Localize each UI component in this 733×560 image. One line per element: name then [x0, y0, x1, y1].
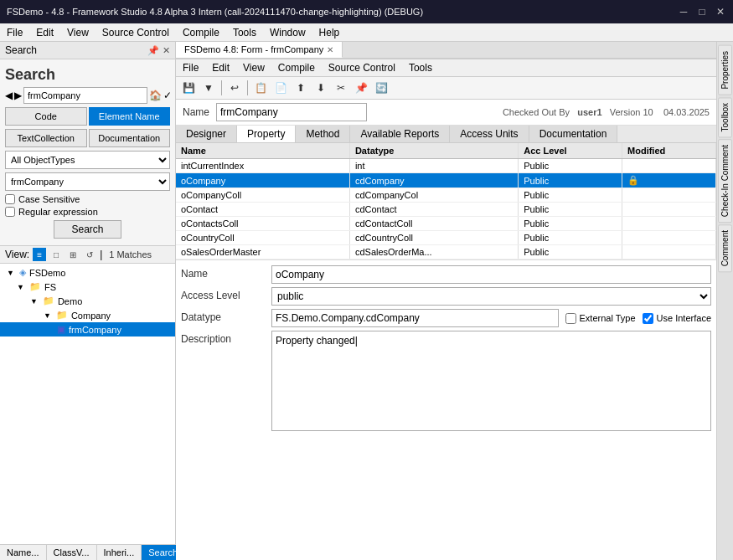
table-row[interactable]: oContact cdContact Public [176, 203, 716, 217]
menu-window[interactable]: Window [263, 23, 312, 41]
form-date: 04.03.2025 [663, 107, 710, 117]
module-dropdown[interactable]: frmCompany [5, 172, 170, 191]
case-sensitive-checkbox[interactable] [5, 194, 15, 204]
table-row[interactable]: oCountryColl cdCountryColl Public [176, 231, 716, 245]
prop-scroll-area[interactable]: Name Datatype Acc Level Modified intCurr… [176, 143, 716, 259]
checked-out-user: user1 [577, 107, 601, 117]
menu-tools[interactable]: Tools [226, 23, 263, 41]
doc-tab-close-icon[interactable]: ✕ [327, 45, 333, 54]
app-title: FSDemo - 4.8 - Framework Studio 4.8 Alph… [7, 7, 423, 17]
tab-method[interactable]: Method [296, 126, 350, 142]
list-view-icon[interactable]: □ [49, 248, 63, 261]
undo-toolbar-btn[interactable]: ↩ [225, 79, 244, 97]
back-icon[interactable]: ◀ [5, 90, 13, 101]
documentation-button[interactable]: Documentation [89, 129, 171, 147]
folder-icon: 📁 [29, 281, 41, 292]
menu-source-control[interactable]: Source Control [95, 23, 176, 41]
tab-available-reports[interactable]: Available Reports [350, 126, 450, 142]
menu-bar: File Edit View Source Control Compile To… [0, 23, 733, 42]
right-panel: FSDemo 4.8: Form - frmCompany ✕ File Edi… [176, 42, 733, 560]
case-sensitive-row: Case Sensitive [5, 194, 170, 204]
description-textarea[interactable]: Property changed| [271, 331, 711, 431]
cell-datatype: int [349, 159, 518, 173]
doc-tab-frmcompany[interactable]: FSDemo 4.8: Form - frmCompany ✕ [176, 42, 343, 58]
tab-inheri[interactable]: Inheri... [97, 545, 142, 560]
close-button[interactable]: ✕ [715, 6, 726, 18]
tree-view-icon[interactable]: ≡ [33, 248, 46, 261]
col-modified: Modified [622, 143, 716, 159]
inner-menu-compile[interactable]: Compile [271, 59, 322, 76]
up-toolbar-btn[interactable]: ⬆ [292, 79, 310, 97]
menu-edit[interactable]: Edit [29, 23, 60, 41]
menu-compile[interactable]: Compile [176, 23, 226, 41]
cell-datatype: cdCountryColl [349, 231, 518, 245]
text-collection-button[interactable]: TextCollection [5, 129, 87, 147]
access-level-select[interactable]: public [271, 287, 711, 306]
forward-icon[interactable]: ▶ [14, 90, 22, 101]
table-row[interactable]: oContactsColl cdContactColl Public [176, 217, 716, 231]
datatype-input[interactable] [271, 309, 559, 327]
table-row[interactable]: oCompany cdCompany Public 🔒 [176, 173, 716, 188]
tab-name[interactable]: Name... [0, 545, 47, 560]
form-name-input[interactable] [216, 103, 367, 121]
tree-item-demo[interactable]: ▼ 📁 Demo [0, 294, 175, 308]
inner-menu-source-control[interactable]: Source Control [322, 59, 402, 76]
search-type-buttons: Code Element Name [5, 107, 170, 126]
arrow-icon: ▼ [7, 269, 14, 277]
pin-toolbar-btn[interactable]: 📌 [352, 79, 370, 97]
grouped-view-icon[interactable]: ⊞ [66, 248, 80, 261]
element-name-button[interactable]: Element Name [89, 107, 171, 126]
menu-view[interactable]: View [60, 23, 95, 41]
tab-designer[interactable]: Designer [176, 126, 237, 142]
vtab-toolbox[interactable]: Toolbox [718, 97, 732, 137]
code-button[interactable]: Code [5, 107, 87, 126]
cell-name: oContact [176, 203, 349, 217]
use-interface-checkbox[interactable] [643, 313, 653, 324]
inner-menu-file[interactable]: File [176, 59, 205, 76]
tab-documentation[interactable]: Documentation [529, 126, 618, 142]
tab-property[interactable]: Property [237, 126, 296, 142]
maximize-button[interactable]: □ [696, 6, 708, 18]
inner-menu-tools[interactable]: Tools [402, 59, 439, 76]
tab-access-units[interactable]: Access Units [450, 126, 529, 142]
down-toolbar-btn[interactable]: ⬇ [312, 79, 330, 97]
inner-menu-edit[interactable]: Edit [205, 59, 236, 76]
save-toolbar-btn[interactable]: 💾 [179, 79, 198, 97]
tree-item-fs[interactable]: ▼ 📁 FS [0, 280, 175, 294]
object-type-dropdown[interactable]: All ObjectTypes [5, 151, 170, 169]
tree-item-frmcompany[interactable]: ▣ frmCompany [0, 322, 175, 337]
close-panel-icon[interactable]: ✕ [163, 45, 170, 56]
checked-out-info: Checked Out By user1 Version 10 04.03.20… [503, 107, 710, 117]
cell-acc: Public [519, 173, 622, 188]
tab-classv[interactable]: ClassV... [47, 545, 97, 560]
vtab-comment[interactable]: Comment [718, 224, 732, 272]
name-detail-input[interactable] [271, 265, 711, 284]
pin-icon[interactable]: 📌 [147, 45, 159, 56]
vtab-check-in[interactable]: Check-In Comment [718, 139, 732, 223]
cell-acc: Public [519, 188, 622, 203]
datatype-row: External Type Use Interface [271, 309, 711, 327]
table-row[interactable]: intCurrentIndex int Public [176, 159, 716, 173]
menu-help[interactable]: Help [312, 23, 347, 41]
external-type-checkbox[interactable] [565, 313, 576, 324]
inner-menu-view[interactable]: View [236, 59, 271, 76]
regex-checkbox[interactable] [5, 207, 15, 217]
tree-item-fsdemo[interactable]: ▼ ◈ FSDemo [0, 265, 175, 280]
refresh-toolbar-btn[interactable]: 🔄 [372, 79, 390, 97]
copy-toolbar-btn[interactable]: 📋 [251, 79, 270, 97]
search-button[interactable]: Search [54, 220, 121, 239]
cut-toolbar-btn[interactable]: ✂ [332, 79, 350, 97]
table-row[interactable]: oCompanyColl cdCompanyCol Public [176, 188, 716, 203]
table-row[interactable]: oSalesOrderMaster cdSalesOrderMa... Publ… [176, 245, 716, 259]
search-input[interactable] [23, 87, 147, 104]
menu-file[interactable]: File [0, 23, 29, 41]
home-icon[interactable]: 🏠 [149, 90, 162, 101]
checked-out-icon[interactable]: ✓ [163, 90, 172, 101]
minimize-button[interactable]: ─ [678, 6, 689, 18]
view-bar: View: ≡ □ ⊞ ↺ | 1 Matches [0, 245, 175, 264]
filter-icon[interactable]: ↺ [83, 248, 96, 261]
tree-item-company[interactable]: ▼ 📁 Company [0, 308, 175, 322]
paste-toolbar-btn[interactable]: 📄 [271, 79, 290, 97]
vtab-properties[interactable]: Properties [718, 45, 732, 95]
save-dropdown-btn[interactable]: ▼ [199, 79, 218, 97]
